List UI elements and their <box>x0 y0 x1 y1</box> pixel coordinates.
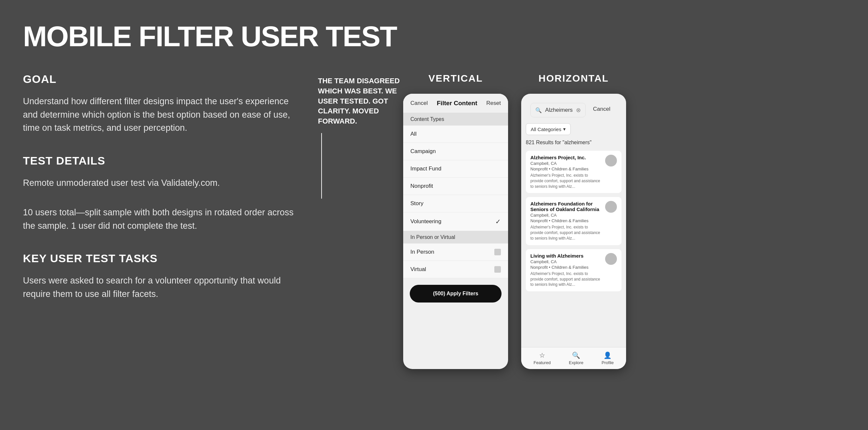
org-name-3: Living with Alzheimers <box>530 253 602 258</box>
org-tags-2: Nonprofit • Children & Families <box>530 218 602 223</box>
content-types-header: Content Types <box>403 113 508 125</box>
filter-row-in-person[interactable]: In Person <box>403 244 508 261</box>
nav-explore[interactable]: 🔍 Explore <box>569 351 584 365</box>
org-avatar-1 <box>605 155 617 166</box>
left-column: GOAL Understand how different filter des… <box>23 73 318 320</box>
chevron-down-icon: ▾ <box>563 126 566 132</box>
org-name-2: Alzheimers Foundation for Seniors of Oak… <box>530 201 602 212</box>
org-desc-2: Alzheimer's Project, Inc. exists to prov… <box>530 224 602 241</box>
vertical-label: VERTICAL <box>428 73 483 84</box>
explore-label: Explore <box>569 360 584 365</box>
volunteering-checkmark: ✓ <box>495 218 501 225</box>
vertical-filter-header: Cancel Filter Content Reset <box>403 94 508 113</box>
org-location-2: Campbell, CA <box>530 213 602 218</box>
test-details-text1: Remote unmoderated user test via Validat… <box>23 176 298 190</box>
org-avatar-3 <box>605 253 617 265</box>
team-note-text: THE TEAM DISAGREED WHICH WAS BEST. WE US… <box>318 76 403 126</box>
mockups-area: VERTICAL Cancel Filter Content Reset Con… <box>403 73 845 369</box>
org-name-1: Alzheimers Project, Inc. <box>530 155 602 160</box>
vertical-cancel-btn[interactable]: Cancel <box>410 100 428 106</box>
filter-label-volunteering: Volunteering <box>410 218 441 225</box>
categories-dropdown[interactable]: All Categories ▾ <box>526 123 571 135</box>
org-avatar-2 <box>605 201 617 213</box>
virtual-checkbox[interactable] <box>494 266 501 273</box>
horizontal-phone: 🔍 Alzheimers ⊗ Cancel All Categories ▾ <box>521 94 626 369</box>
filter-label-all: All <box>410 131 416 137</box>
org-location-3: Campbell, CA <box>530 259 602 264</box>
filter-label-virtual: Virtual <box>410 266 426 273</box>
vertical-mockup-column: VERTICAL Cancel Filter Content Reset Con… <box>403 73 508 369</box>
nav-featured[interactable]: ☆ Featured <box>534 351 551 365</box>
org-card-2[interactable]: Alzheimers Foundation for Seniors of Oak… <box>526 197 621 245</box>
featured-icon: ☆ <box>539 351 545 359</box>
filter-row-virtual[interactable]: Virtual <box>403 261 508 278</box>
filter-label-impact-fund: Impact Fund <box>410 165 441 172</box>
team-note-divider <box>321 133 322 198</box>
filter-label-nonprofit: Nonprofit <box>410 183 433 189</box>
featured-label: Featured <box>534 360 551 365</box>
search-input-text: Alzheimers <box>545 107 572 114</box>
categories-row: All Categories ▾ <box>521 122 626 138</box>
nav-profile[interactable]: 👤 Profile <box>601 351 614 365</box>
goal-text: Understand how different filter designs … <box>23 95 298 135</box>
filter-label-story: Story <box>410 200 424 207</box>
filter-label-campaign: Campaign <box>410 148 436 155</box>
horiz-search-row: 🔍 Alzheimers ⊗ Cancel <box>521 94 626 122</box>
search-clear-icon[interactable]: ⊗ <box>576 106 581 114</box>
vertical-reset-btn[interactable]: Reset <box>487 100 501 106</box>
apply-filters-button[interactable]: (500) Apply Filters <box>410 285 501 303</box>
org-location-1: Campbell, CA <box>530 161 602 166</box>
filter-row-all[interactable]: All <box>403 125 508 143</box>
search-icon: 🔍 <box>535 107 542 114</box>
filter-row-story[interactable]: Story <box>403 195 508 212</box>
profile-icon: 👤 <box>603 351 612 359</box>
test-details-title: TEST DETAILS <box>23 154 298 167</box>
in-person-virtual-label: In Person or Virtual <box>410 234 455 240</box>
filter-label-in-person: In Person <box>410 249 434 255</box>
vertical-phone: Cancel Filter Content Reset Content Type… <box>403 94 508 369</box>
org-info-2: Alzheimers Foundation for Seniors of Oak… <box>530 201 602 241</box>
main-layout: GOAL Understand how different filter des… <box>23 73 845 369</box>
org-tags-1: Nonprofit • Children & Families <box>530 166 602 172</box>
org-desc-3: Alzheimer's Project, Inc. exists to prov… <box>530 271 602 287</box>
org-tags-3: Nonprofit • Children & Families <box>530 265 602 270</box>
vertical-header-title: Filter Content <box>437 100 477 107</box>
filter-row-nonprofit[interactable]: Nonprofit <box>403 178 508 195</box>
results-count-text: 821 Results for "alzheimers" <box>521 138 626 149</box>
in-person-virtual-header: In Person or Virtual <box>403 231 508 244</box>
test-details-text2: 10 users total—split sample with both de… <box>23 206 298 233</box>
explore-icon: 🔍 <box>572 351 580 359</box>
org-info-1: Alzheimers Project, Inc. Campbell, CA No… <box>530 155 602 189</box>
test-details-section: TEST DETAILS Remote unmoderated user tes… <box>23 154 298 233</box>
filter-row-campaign[interactable]: Campaign <box>403 143 508 160</box>
filter-row-volunteering[interactable]: Volunteering ✓ <box>403 212 508 231</box>
key-tasks-title: KEY USER TEST TASKS <box>23 252 298 265</box>
profile-label: Profile <box>601 360 614 365</box>
content-types-label: Content Types <box>410 116 444 122</box>
search-cancel-btn[interactable]: Cancel <box>590 106 613 113</box>
filter-row-impact-fund[interactable]: Impact Fund <box>403 160 508 178</box>
right-column: THE TEAM DISAGREED WHICH WAS BEST. WE US… <box>318 73 845 369</box>
team-note-area: THE TEAM DISAGREED WHICH WAS BEST. WE US… <box>318 73 403 198</box>
key-tasks-section: KEY USER TEST TASKS Users were asked to … <box>23 252 298 301</box>
horizontal-label: HORIZONTAL <box>538 73 609 84</box>
in-person-checkbox[interactable] <box>494 249 501 255</box>
org-card-3[interactable]: Living with Alzheimers Campbell, CA Nonp… <box>526 249 621 291</box>
horiz-phone-inner: 🔍 Alzheimers ⊗ Cancel All Categories ▾ <box>521 94 626 369</box>
spacer <box>521 293 626 347</box>
search-bar[interactable]: 🔍 Alzheimers ⊗ <box>530 103 586 117</box>
org-info-3: Living with Alzheimers Campbell, CA Nonp… <box>530 253 602 287</box>
horizontal-mockup-column: HORIZONTAL 🔍 Alzheimers ⊗ Cancel <box>521 73 626 369</box>
goal-section: GOAL Understand how different filter des… <box>23 73 298 135</box>
org-desc-1: Alzheimer's Project, Inc. exists to prov… <box>530 173 602 189</box>
org-card-1[interactable]: Alzheimers Project, Inc. Campbell, CA No… <box>526 151 621 193</box>
goal-title: GOAL <box>23 73 298 86</box>
page-title: MOBILE FILTER USER TEST <box>23 20 845 53</box>
key-tasks-text: Users were asked to search for a volunte… <box>23 274 298 301</box>
bottom-nav: ☆ Featured 🔍 Explore 👤 Profile <box>521 347 626 369</box>
categories-dropdown-label: All Categories <box>531 126 561 132</box>
